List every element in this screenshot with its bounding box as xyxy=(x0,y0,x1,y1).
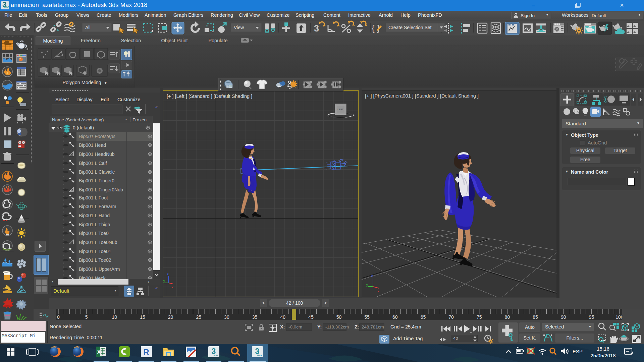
svg-text:10: 10 xyxy=(112,314,117,320)
svg-text:15:16: 15:16 xyxy=(597,346,609,352)
svg-text:25/05/2018: 25/05/2018 xyxy=(590,353,615,358)
svg-text:z: z xyxy=(371,274,373,278)
svg-text:75: 75 xyxy=(477,314,482,320)
svg-text:25: 25 xyxy=(196,314,201,320)
svg-text:20: 20 xyxy=(168,314,173,320)
svg-text:MAX: MAX xyxy=(214,354,219,357)
svg-text:LEFT: LEFT xyxy=(337,108,343,111)
svg-text:z: z xyxy=(167,272,169,276)
svg-text:45: 45 xyxy=(308,314,314,320)
svg-text:x: x xyxy=(378,289,379,293)
svg-text:15: 15 xyxy=(140,314,145,320)
svg-text:X: X xyxy=(97,349,101,355)
svg-text:70: 70 xyxy=(448,314,454,320)
svg-text:View: View xyxy=(234,25,244,30)
svg-text:MAX: MAX xyxy=(257,354,262,357)
svg-text:y: y xyxy=(366,283,368,287)
svg-text:50: 50 xyxy=(336,314,342,320)
svg-text:30: 30 xyxy=(224,314,229,320)
svg-text:ESP: ESP xyxy=(573,349,583,354)
svg-text:60: 60 xyxy=(392,314,398,320)
svg-text:All: All xyxy=(85,25,91,30)
svg-text:y: y xyxy=(163,279,165,283)
svg-text:35: 35 xyxy=(252,314,258,320)
svg-text:55: 55 xyxy=(364,314,370,320)
svg-text:100: 100 xyxy=(615,314,622,320)
svg-text:95: 95 xyxy=(589,314,594,320)
svg-text:Create Selection Set: Create Selection Set xyxy=(388,25,432,30)
svg-text:x: x xyxy=(172,285,173,289)
svg-text:40: 40 xyxy=(280,314,285,320)
svg-text:5: 5 xyxy=(85,314,88,320)
svg-text:65: 65 xyxy=(421,314,426,320)
svg-text:90: 90 xyxy=(561,314,566,320)
svg-text:85: 85 xyxy=(533,314,538,320)
svg-text:R: R xyxy=(143,348,149,357)
svg-text:0: 0 xyxy=(57,314,60,320)
svg-text:3: 3 xyxy=(314,23,319,34)
svg-text:80: 80 xyxy=(505,314,510,320)
